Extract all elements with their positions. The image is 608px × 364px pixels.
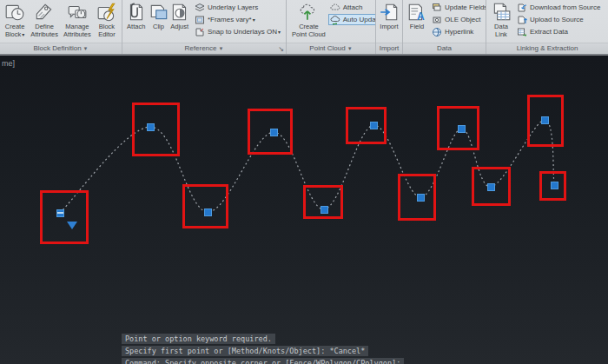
panel-arrow-icon: ▼ <box>218 46 223 51</box>
attach-point-cloud-button[interactable]: Attach <box>328 2 375 13</box>
data-link-icon <box>491 2 512 23</box>
auto-update-icon <box>330 15 340 25</box>
ribbon-insert-tab: CreateBlock▾ DefineAttributes ManageAttr… <box>0 0 608 56</box>
panel-data: A Field Update Fields OLE Object Hyperli… <box>403 0 486 54</box>
panel-reference: Attach Clip Adjust Underlay Layers <box>122 0 287 54</box>
grip-point[interactable] <box>370 122 378 129</box>
dropdown-arrow-icon: ▾ <box>253 17 255 23</box>
field-button[interactable]: A Field <box>406 1 427 31</box>
field-icon: A <box>406 2 427 23</box>
import-icon <box>379 2 400 23</box>
attach-icon <box>126 2 147 23</box>
manage-attributes-button[interactable]: ManageAttributes <box>63 1 91 38</box>
clip-button[interactable]: Clip <box>149 1 169 31</box>
frames-vary-icon <box>195 15 205 25</box>
create-block-button[interactable]: CreateBlock▾ <box>4 1 25 38</box>
panel-title-data[interactable]: Data <box>403 43 486 54</box>
snap-to-underlays-dropdown[interactable]: Snap to Underlays ON▾ <box>193 26 284 37</box>
ole-object-button[interactable]: OLE Object <box>430 14 486 25</box>
underlay-layers-icon <box>195 3 205 13</box>
grip-point[interactable] <box>147 123 155 131</box>
panel-title-linking-extraction[interactable]: Linking & Extraction <box>486 43 608 54</box>
panel-block-definition: CreateBlock▾ DefineAttributes ManageAttr… <box>0 0 122 54</box>
attach-reference-button[interactable]: Attach <box>124 1 149 31</box>
panel-title-import[interactable]: Import <box>376 43 402 54</box>
create-point-cloud-icon <box>298 2 319 23</box>
upload-to-source-icon <box>517 15 527 25</box>
hyperlink-button[interactable]: Hyperlink <box>430 26 486 37</box>
svg-text:A: A <box>417 10 425 23</box>
block-editor-button[interactable]: BlockEditor <box>96 1 117 38</box>
panel-title-reference[interactable]: Reference▼↘ <box>122 43 286 54</box>
grip-point[interactable] <box>270 129 278 136</box>
import-button[interactable]: Import <box>379 1 400 31</box>
define-attributes-button[interactable]: DefineAttributes <box>30 1 58 38</box>
grip-point[interactable] <box>551 182 558 189</box>
command-line-message: Point or option keyword required. <box>122 334 275 344</box>
adjust-icon <box>169 2 190 23</box>
command-line-prompt: Specify first point or [Method/Knots/Obj… <box>122 346 368 356</box>
block-editor-icon <box>96 2 117 23</box>
adjust-button[interactable]: Adjust <box>169 1 190 31</box>
selection-highlight-box <box>132 103 180 156</box>
selection-highlight-box <box>182 184 228 228</box>
extract-data-icon <box>517 27 527 37</box>
selection-highlight-box <box>303 185 343 219</box>
selection-highlight-box <box>346 107 387 144</box>
grip-point[interactable] <box>541 116 549 124</box>
download-from-source-icon <box>517 3 527 13</box>
panel-linking-extraction: DataLink Download from Source Upload to … <box>486 0 608 54</box>
grip-point[interactable] <box>204 208 212 216</box>
panel-title-block-definition[interactable]: Block Definition▼ <box>0 43 122 54</box>
grip-point[interactable] <box>458 125 466 133</box>
panel-title-point-cloud[interactable]: Point Cloud▼ <box>287 43 375 54</box>
snap-to-underlays-icon <box>195 27 205 37</box>
upload-to-source-button[interactable]: Upload to Source <box>515 14 604 25</box>
underlay-layers-button[interactable]: Underlay Layers <box>193 2 284 13</box>
data-link-button[interactable]: DataLink <box>490 1 512 38</box>
update-fields-icon <box>432 3 442 13</box>
grip-start-point[interactable] <box>56 209 64 217</box>
extract-data-button[interactable]: Extract Data <box>515 26 604 37</box>
create-point-cloud-button[interactable]: CreatePoint Cloud <box>292 1 326 38</box>
ole-object-icon <box>432 15 442 25</box>
panel-import: Import Import <box>376 0 403 54</box>
create-block-icon <box>4 2 25 23</box>
panel-arrow-icon: ▼ <box>83 46 89 51</box>
dropdown-arrow-icon: ▾ <box>22 32 24 37</box>
selection-highlight-box <box>40 190 89 244</box>
dialog-launcher-icon[interactable]: ↘ <box>278 44 284 55</box>
frames-vary-dropdown[interactable]: *Frames vary*▾ <box>193 14 284 25</box>
clip-icon <box>149 2 169 23</box>
manage-attributes-icon <box>67 2 88 23</box>
autocad-window: CreateBlock▾ DefineAttributes ManageAttr… <box>0 0 608 364</box>
grip-point[interactable] <box>487 183 495 191</box>
update-fields-button[interactable]: Update Fields <box>430 2 486 13</box>
panel-arrow-icon: ▼ <box>347 46 353 51</box>
attach-point-cloud-icon <box>330 3 340 13</box>
auto-update-button[interactable]: Auto Update <box>328 14 375 25</box>
panel-point-cloud: CreatePoint Cloud Attach Auto Update Poi… <box>287 0 376 54</box>
drawing-canvas[interactable]: me] Point or option keyword required. Sp… <box>0 56 608 364</box>
grip-point[interactable] <box>417 194 425 202</box>
hyperlink-icon <box>432 27 442 37</box>
define-attributes-icon <box>34 2 55 23</box>
spline-direction-grip[interactable] <box>67 222 77 229</box>
command-line-input[interactable]: Command: Specify opposite corner or [Fen… <box>122 358 404 364</box>
grip-point[interactable] <box>321 206 328 214</box>
dropdown-arrow-icon: ▾ <box>278 29 281 35</box>
download-from-source-button[interactable]: Download from Source <box>515 2 604 13</box>
